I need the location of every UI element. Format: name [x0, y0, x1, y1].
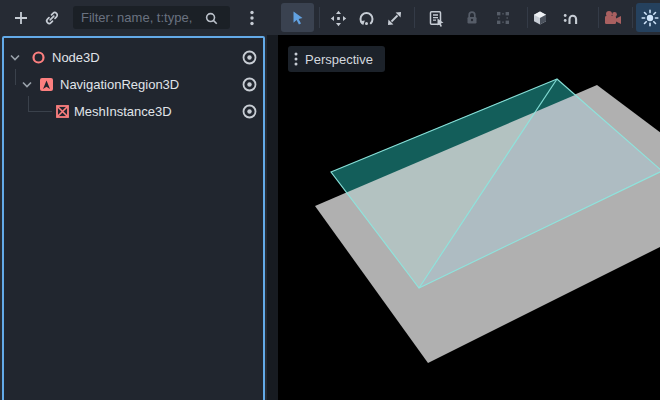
snap-toggle[interactable]: [561, 9, 579, 27]
magnet-icon: [562, 10, 579, 27]
sun-toggle[interactable]: [636, 3, 660, 32]
camera-icon: [603, 9, 623, 27]
toolbar-separator: [319, 7, 320, 28]
lock-button[interactable]: [463, 9, 481, 27]
scene-render: [278, 35, 660, 400]
group-button[interactable]: [494, 9, 512, 27]
instance-scene-button[interactable]: [39, 5, 65, 31]
visibility-eye-icon[interactable]: [241, 103, 258, 120]
local-space-toggle[interactable]: [531, 9, 549, 27]
navigation-region-icon: [39, 77, 54, 92]
scene-tree-menu-button[interactable]: [242, 5, 262, 31]
scale-tool-button[interactable]: [385, 9, 403, 27]
cube-icon: [532, 10, 548, 26]
camera-preview-button[interactable]: [602, 8, 624, 28]
toolbar-separator: [527, 7, 528, 28]
panel-splitter[interactable]: [267, 35, 278, 400]
list-select-tool-button[interactable]: [427, 9, 445, 27]
plus-icon: [13, 10, 29, 26]
move-tool-button[interactable]: [329, 9, 347, 27]
list-select-icon: [428, 10, 445, 27]
node-label: MeshInstance3D: [74, 104, 172, 119]
top-toolbar: [0, 0, 660, 35]
node-label: Node3D: [52, 50, 100, 65]
node-label: NavigationRegion3D: [60, 77, 179, 92]
toolbar-separator: [632, 7, 633, 28]
add-node-button[interactable]: [8, 5, 34, 31]
tree-row-navigation-region[interactable]: NavigationRegion3D: [4, 71, 261, 98]
projection-label: Perspective: [305, 52, 373, 67]
sun-icon: [641, 9, 659, 27]
select-arrow-icon: [290, 10, 306, 26]
chevron-down-icon[interactable]: [10, 54, 20, 61]
visibility-eye-icon[interactable]: [241, 49, 258, 66]
mesh-instance-icon: [55, 104, 70, 119]
scene-tree-panel[interactable]: Node3D NavigationRegion3D: [2, 36, 265, 400]
vertical-dots-icon: [294, 52, 298, 66]
toolbar-separator: [598, 7, 599, 28]
search-icon: [201, 9, 221, 27]
move-icon: [330, 10, 347, 27]
viewport-3d[interactable]: Perspective: [278, 35, 660, 400]
select-tool-button[interactable]: [281, 3, 314, 32]
vertical-dots-icon: [250, 10, 254, 26]
rotate-icon: [358, 10, 375, 27]
group-icon: [495, 10, 511, 26]
rotate-tool-button[interactable]: [357, 9, 375, 27]
godot-editor-window: Perspective Node3D: [0, 0, 660, 400]
lock-icon: [464, 10, 480, 26]
chevron-down-icon[interactable]: [22, 81, 32, 88]
projection-menu-button[interactable]: Perspective: [288, 46, 385, 72]
link-icon: [44, 10, 60, 26]
toolbar-separator: [414, 7, 415, 28]
scale-icon: [386, 10, 403, 27]
node3d-icon: [31, 50, 46, 65]
tree-row-mesh-instance[interactable]: MeshInstance3D: [4, 98, 261, 125]
tree-row-node3d[interactable]: Node3D: [4, 44, 261, 71]
visibility-eye-icon[interactable]: [241, 76, 258, 93]
